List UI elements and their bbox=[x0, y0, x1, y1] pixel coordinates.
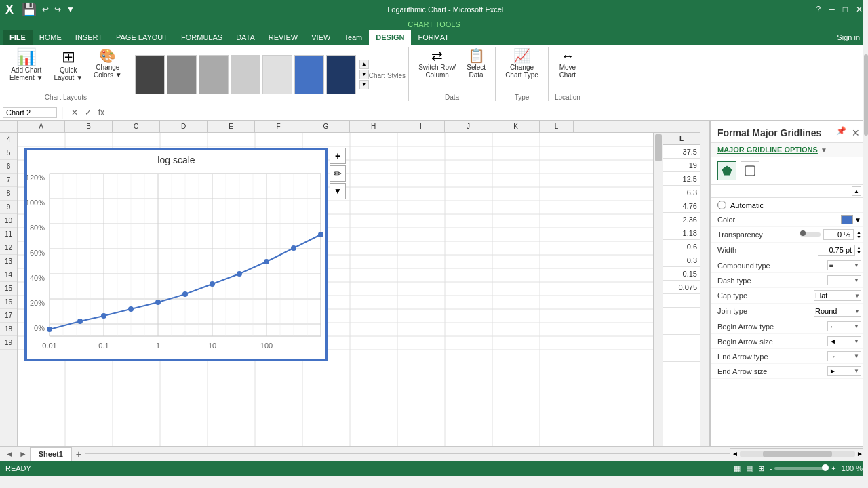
col-header-d[interactable]: D bbox=[160, 121, 208, 132]
quick-layout-button[interactable]: ⊞ QuickLayout ▼ bbox=[50, 47, 87, 83]
data-cell-2.36[interactable]: 2.36 bbox=[663, 213, 700, 226]
redo-icon[interactable]: ↪ bbox=[54, 5, 61, 14]
help-button[interactable]: ? bbox=[816, 5, 821, 14]
change-colors-button[interactable]: 🎨 ChangeColors ▼ bbox=[90, 47, 126, 80]
tab-format[interactable]: FORMAT bbox=[411, 30, 456, 45]
normal-view-button[interactable]: ▦ bbox=[734, 464, 741, 473]
data-cell-0.6[interactable]: 0.6 bbox=[663, 240, 700, 253]
data-cell-0.15[interactable]: 0.15 bbox=[663, 267, 700, 281]
name-box[interactable] bbox=[3, 107, 57, 118]
cancel-formula-button[interactable]: ✕ bbox=[68, 108, 81, 117]
hscroll-track[interactable] bbox=[740, 451, 855, 457]
chart-style-2[interactable] bbox=[167, 55, 197, 94]
color-dropdown-icon[interactable]: ▼ bbox=[854, 216, 861, 224]
restore-button[interactable]: □ bbox=[843, 5, 848, 14]
data-cell-6.3[interactable]: 6.3 bbox=[663, 186, 700, 199]
page-layout-button[interactable]: ▤ bbox=[746, 464, 753, 473]
tab-design[interactable]: DESIGN bbox=[369, 30, 411, 45]
function-button[interactable]: fx bbox=[96, 108, 107, 117]
formula-input[interactable] bbox=[110, 108, 865, 117]
col-header-h[interactable]: H bbox=[350, 121, 397, 132]
add-chart-element-chart-btn[interactable]: + bbox=[330, 148, 346, 164]
data-cell-12.5[interactable]: 12.5 bbox=[663, 172, 700, 186]
confirm-formula-button[interactable]: ✓ bbox=[82, 108, 94, 117]
transparency-up-icon[interactable]: ▲ bbox=[856, 230, 861, 235]
chart-style-4[interactable] bbox=[231, 55, 260, 94]
dash-type-dropdown[interactable]: - - - ▼ bbox=[827, 275, 861, 285]
data-cell-empty-2[interactable] bbox=[663, 308, 700, 321]
horizontal-scrollbar[interactable]: ◄ ► bbox=[730, 448, 865, 460]
col-header-i[interactable]: I bbox=[397, 121, 445, 132]
row-num-12[interactable]: 12 bbox=[0, 241, 17, 255]
customize-qat-icon[interactable]: ▼ bbox=[66, 5, 75, 14]
chart-filter-btn[interactable]: ▼ bbox=[330, 183, 346, 199]
grid-content[interactable]: log scale 120% 100% 80% 60% 40% 20% 0% bbox=[18, 133, 700, 446]
row-num-8[interactable]: 8 bbox=[0, 187, 17, 201]
width-down-icon[interactable]: ▼ bbox=[856, 250, 861, 255]
row-num-6[interactable]: 6 bbox=[0, 160, 17, 174]
scrollbar-thumb[interactable] bbox=[655, 134, 662, 161]
add-chart-element-button[interactable]: 📊 Add ChartElement ▼ bbox=[5, 47, 47, 83]
row-num-16[interactable]: 16 bbox=[0, 296, 17, 309]
page-break-button[interactable]: ⊞ bbox=[758, 464, 764, 473]
row-num-5[interactable]: 5 bbox=[0, 146, 17, 160]
save-icon[interactable]: 💾 bbox=[22, 2, 37, 17]
panel-scrollbar-thumb[interactable] bbox=[864, 121, 868, 136]
scroll-sheets-right-icon[interactable]: ► bbox=[16, 449, 30, 459]
add-sheet-button[interactable]: + bbox=[72, 449, 85, 460]
transparency-down-icon[interactable]: ▼ bbox=[856, 235, 861, 239]
row-num-18[interactable]: 18 bbox=[0, 323, 17, 336]
end-arrow-type-dropdown[interactable]: → ▼ bbox=[827, 351, 861, 361]
col-header-f[interactable]: F bbox=[255, 121, 302, 132]
data-cell-0.3[interactable]: 0.3 bbox=[663, 253, 700, 267]
pentagon-icon-button[interactable] bbox=[717, 161, 736, 180]
zoom-in-button[interactable]: + bbox=[831, 464, 835, 472]
data-cell-37.5[interactable]: 37.5 bbox=[663, 145, 700, 159]
row-num-9[interactable]: 9 bbox=[0, 201, 17, 214]
chart-style-1[interactable] bbox=[135, 55, 165, 94]
styles-scroll-more[interactable]: ▼ bbox=[359, 70, 369, 79]
col-header-b[interactable]: B bbox=[65, 121, 113, 132]
minimize-button[interactable]: ─ bbox=[829, 5, 835, 14]
chart-style-7[interactable] bbox=[326, 55, 356, 94]
begin-arrow-size-dropdown[interactable]: ◄ ▼ bbox=[827, 336, 861, 346]
chart-container[interactable]: log scale 120% 100% 80% 60% 40% 20% 0% bbox=[24, 148, 328, 361]
hscroll-left-icon[interactable]: ◄ bbox=[732, 450, 738, 458]
scroll-sheets-left-icon[interactable]: ◄ bbox=[3, 449, 16, 459]
row-num-13[interactable]: 13 bbox=[0, 255, 17, 268]
col-header-k[interactable]: K bbox=[492, 121, 540, 132]
select-data-button[interactable]: 📋 SelectData bbox=[462, 47, 490, 80]
color-swatch[interactable] bbox=[841, 215, 853, 224]
data-cell-4.76[interactable]: 4.76 bbox=[663, 199, 700, 213]
col-header-c[interactable]: C bbox=[113, 121, 160, 132]
chart-styles-btn[interactable]: ✏ bbox=[330, 165, 346, 182]
move-chart-button[interactable]: ↔ MoveChart bbox=[554, 47, 581, 80]
sign-in-button[interactable]: Sign in bbox=[837, 33, 860, 41]
tab-data[interactable]: DATA bbox=[229, 30, 262, 45]
tab-page-layout[interactable]: PAGE LAYOUT bbox=[109, 30, 174, 45]
row-num-10[interactable]: 10 bbox=[0, 214, 17, 228]
row-num-11[interactable]: 11 bbox=[0, 228, 17, 241]
panel-pin-button[interactable]: 📌 bbox=[836, 126, 846, 140]
row-num-14[interactable]: 14 bbox=[0, 268, 17, 282]
data-cell-0.075[interactable]: 0.075 bbox=[663, 281, 700, 294]
col-header-l[interactable]: L bbox=[540, 121, 574, 132]
vertical-scrollbar[interactable] bbox=[653, 133, 663, 446]
panel-scroll-up-button[interactable]: ▲ bbox=[852, 186, 861, 196]
chart-style-3[interactable] bbox=[199, 55, 229, 94]
chart-style-5[interactable] bbox=[262, 55, 292, 94]
col-l-header-inline[interactable]: L bbox=[663, 133, 700, 145]
data-cell-empty-5[interactable] bbox=[663, 348, 700, 362]
zoom-out-button[interactable]: - bbox=[770, 464, 772, 472]
row-num-19[interactable]: 19 bbox=[0, 336, 17, 350]
row-num-17[interactable]: 17 bbox=[0, 309, 17, 323]
undo-icon[interactable]: ↩ bbox=[42, 5, 49, 14]
col-header-j[interactable]: J bbox=[445, 121, 492, 132]
end-arrow-size-dropdown[interactable]: ► ▼ bbox=[827, 366, 861, 376]
tab-home[interactable]: HOME bbox=[33, 30, 68, 45]
data-cell-empty-3[interactable] bbox=[663, 321, 700, 335]
begin-arrow-type-dropdown[interactable]: ← ▼ bbox=[827, 321, 861, 331]
hscroll-thumb[interactable] bbox=[763, 451, 832, 457]
transparency-slider[interactable] bbox=[800, 232, 821, 237]
tab-file[interactable]: FILE bbox=[3, 30, 33, 45]
